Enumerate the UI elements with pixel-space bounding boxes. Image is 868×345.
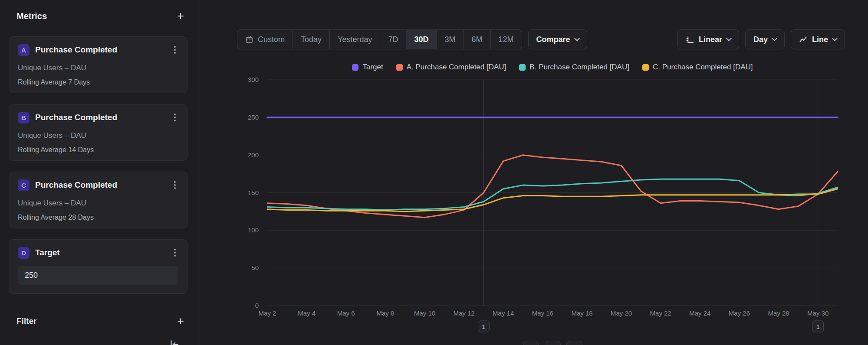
chart-type-selector-button[interactable]: Line [791,29,845,49]
chart-bottom-toolbar [267,341,838,345]
target-card-header: D Target [18,247,178,259]
chart-type-label: Line [812,35,828,44]
svg-text:May 22: May 22 [650,309,671,317]
metric-letter-badge: C [18,179,30,191]
svg-text:May 30: May 30 [807,309,829,317]
axis-scale-icon [686,36,694,44]
chevron-down-icon [832,36,838,41]
kebab-menu-icon[interactable] [171,44,178,56]
chart-panel: Custom Today Yesterday 7D 30D 3M 6M 12M … [200,0,868,345]
legend-swatch [396,64,403,71]
target-letter-badge: D [18,247,30,259]
legend-label: A. Purchase Completed [DAU] [407,63,506,72]
granularity-selector-button[interactable]: Day [745,29,785,49]
svg-text:May 28: May 28 [768,309,789,317]
date-range-6m[interactable]: 6M [464,30,491,49]
legend-label: C. Purchase Completed [DAU] [653,63,753,72]
add-filter-button[interactable]: + [174,316,187,327]
date-range-today[interactable]: Today [293,30,330,49]
metric-card-c[interactable]: C Purchase Completed Unique Users – DAU … [9,172,187,228]
chart-display-controls: Linear Day Line [677,29,845,49]
metric-card-a[interactable]: A Purchase Completed Unique Users – DAU … [9,36,187,93]
svg-text:May 6: May 6 [337,309,355,317]
svg-text:200: 200 [248,151,259,159]
target-value-input[interactable]: 250 [18,266,178,285]
collapse-sidebar-button[interactable] [168,338,181,345]
svg-text:100: 100 [248,226,259,234]
target-title: Target [35,248,60,257]
svg-text:50: 50 [251,264,259,271]
filter-title: Filter [16,316,36,326]
chart-action-button-2[interactable] [545,341,561,345]
scale-label: Linear [699,35,722,44]
metric-title: Purchase Completed [35,45,117,55]
add-metric-button[interactable]: + [174,10,187,22]
svg-text:May 16: May 16 [532,309,553,317]
date-range-3m[interactable]: 3M [437,30,464,49]
compare-label: Compare [536,35,570,44]
legend-swatch [352,64,358,71]
svg-text:May 20: May 20 [611,309,632,317]
svg-text:May 4: May 4 [298,309,316,317]
metric-card-header: A Purchase Completed [18,44,178,56]
legend-swatch [642,64,649,71]
date-range-30d[interactable]: 30D [406,30,437,49]
svg-text:300: 300 [248,76,259,83]
svg-text:150: 150 [248,189,259,196]
svg-text:May 10: May 10 [414,309,435,317]
target-card[interactable]: D Target 250 [9,239,187,294]
svg-text:1: 1 [482,323,485,330]
svg-text:250: 250 [248,114,259,121]
svg-text:May 8: May 8 [376,309,394,317]
date-range-custom[interactable]: Custom [237,30,293,49]
compare-button[interactable]: Compare [528,29,587,49]
svg-text:May 24: May 24 [689,309,710,317]
date-range-7d[interactable]: 7D [380,30,406,49]
legend-item-c[interactable]: C. Purchase Completed [DAU] [642,63,753,72]
chart-action-button-3[interactable] [566,341,582,345]
calendar-icon [245,36,253,44]
metric-title: Purchase Completed [35,180,117,190]
date-range-controls: Custom Today Yesterday 7D 30D 3M 6M 12M … [237,29,587,49]
metric-transform[interactable]: Rolling Average 7 Days [18,78,178,86]
date-range-12m[interactable]: 12M [491,30,522,49]
legend-label: B. Purchase Completed [DAU] [529,63,629,72]
svg-text:May 26: May 26 [729,309,750,317]
chart-legend: Target A. Purchase Completed [DAU] B. Pu… [267,63,838,72]
metrics-header: Metrics + [16,10,187,23]
metric-transform[interactable]: Rolling Average 14 Days [18,146,178,154]
legend-item-target[interactable]: Target [352,63,383,72]
chart-toolbar: Custom Today Yesterday 7D 30D 3M 6M 12M … [237,29,845,49]
chevron-down-icon [726,36,732,41]
metric-letter-badge: B [18,112,30,124]
svg-text:May 2: May 2 [259,309,276,317]
metric-card-b[interactable]: B Purchase Completed Unique Users – DAU … [9,104,187,161]
legend-swatch [519,64,526,71]
metric-transform[interactable]: Rolling Average 28 Days [18,214,178,221]
chevron-down-icon [574,36,580,41]
chevron-down-icon [772,36,777,41]
svg-text:May 12: May 12 [453,309,474,317]
metric-card-header: B Purchase Completed [18,111,178,124]
line-chart[interactable]: 05010015020025030011May 2May 4May 6May 8… [200,74,868,345]
date-range-yesterday[interactable]: Yesterday [330,30,380,49]
metric-letter-badge: A [18,44,30,56]
app-window: Metrics + A Purchase Completed Unique Us… [0,0,868,345]
chart-action-button-1[interactable] [523,341,539,345]
metric-measure[interactable]: Unique Users – DAU [18,131,178,140]
svg-text:1: 1 [816,323,820,330]
metric-measure[interactable]: Unique Users – DAU [18,199,178,208]
date-range-segmented-control: Custom Today Yesterday 7D 30D 3M 6M 12M [237,29,522,49]
legend-item-a[interactable]: A. Purchase Completed [DAU] [396,63,506,72]
kebab-menu-icon[interactable] [171,179,178,191]
collapse-sidebar-icon [168,339,180,345]
legend-label: Target [362,63,383,72]
date-range-label: Custom [258,35,285,44]
kebab-menu-icon[interactable] [171,247,178,259]
svg-text:0: 0 [255,302,259,309]
metric-title: Purchase Completed [35,113,117,122]
kebab-menu-icon[interactable] [171,111,178,124]
legend-item-b[interactable]: B. Purchase Completed [DAU] [519,63,629,72]
metric-measure[interactable]: Unique Users – DAU [18,64,178,72]
scale-selector-button[interactable]: Linear [677,29,739,49]
